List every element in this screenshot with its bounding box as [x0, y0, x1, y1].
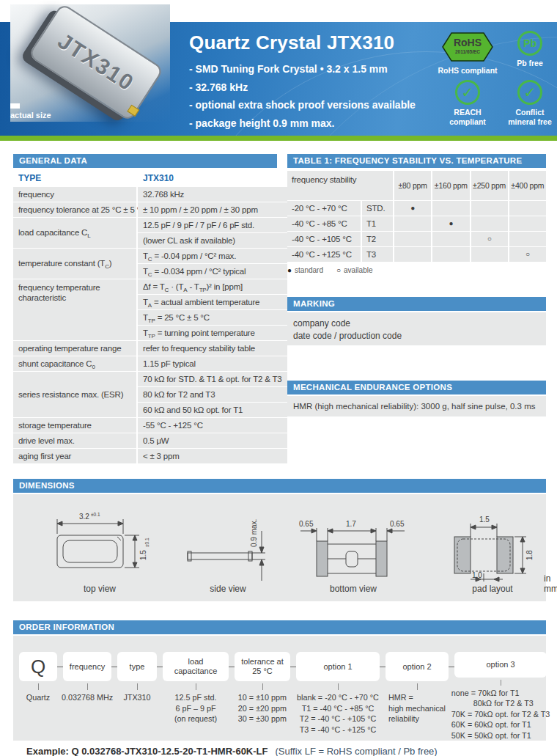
order-box: option 1	[296, 652, 380, 681]
stability-mark	[509, 216, 546, 231]
row-value: TA = actual ambient temperature	[138, 295, 287, 309]
connector-tick	[137, 683, 138, 690]
row-value: refer to frequency stability table	[138, 341, 287, 356]
order-unit-option1: option 1 blank = -20 °C - +70 °CT1 = -40…	[296, 652, 380, 741]
order-unit-frequency: frequency 0.032768 MHz	[63, 652, 111, 741]
connector-tick	[501, 680, 501, 686]
connector-tick	[196, 683, 196, 690]
side-view-diagram: 0.9 max.	[180, 509, 276, 582]
order-box: option 3	[454, 652, 547, 678]
row-label: drive level max.	[13, 433, 136, 448]
pb-free-icon: Pb	[517, 31, 542, 56]
check-icon: ✓	[517, 80, 542, 105]
conflict-mineral-badge: ✓ Conflictmineral free	[507, 80, 553, 127]
stability-code: T3	[362, 247, 393, 262]
compliance-badges: RoHS 2011/65/EC RoHS compliant Pb Pb fre…	[432, 31, 553, 127]
temp-range: -20 °C - +70 °C	[287, 201, 361, 216]
row-label: shunt capacitance C0	[13, 356, 136, 371]
order-unit-type: type JTX310	[117, 652, 157, 741]
order-values: blank = -20 °C - +70 °CT1 = -40 °C - +85…	[297, 692, 379, 735]
svg-text:1.0: 1.0	[472, 571, 482, 579]
stability-mark: ○	[471, 232, 508, 246]
stability-mark	[471, 201, 508, 216]
conflict-mineral-badge-label: Conflictmineral free	[508, 108, 552, 127]
stability-mark	[509, 232, 546, 246]
row-label: storage temperature	[13, 418, 136, 433]
stability-mark	[394, 232, 431, 246]
top-view-diagram: 3.2 ±0.1 1.5 ±0.1	[41, 509, 158, 582]
banner-green-strip	[0, 136, 557, 141]
rohs-badge-label: RoHS compliant	[438, 66, 497, 76]
connector-dash	[290, 667, 296, 741]
row-value: 60 kΩ and 50 kΩ opt. for T1	[138, 403, 287, 417]
table1-col-header: ±250 ppm	[471, 171, 508, 200]
connector-dash	[157, 667, 163, 741]
stability-mark: ●	[394, 201, 431, 216]
order-example: Example: Q 0.032768-JTX310-12.5-20-T1-HM…	[26, 746, 546, 756]
order-values: 12.5 pF std.6 pF – 9 pF(on request)	[174, 692, 217, 724]
order-information-section: ORDER INFORMATION Q Quartz frequency 0.0…	[13, 620, 546, 756]
reach-badge-label: REACHcompliant	[449, 108, 486, 127]
svg-text:0.65: 0.65	[299, 520, 314, 528]
row-value: 1.15 pF typical	[138, 356, 287, 371]
dimensions-body: 3.2 ±0.1 1.5 ±0.1 top view	[13, 494, 546, 601]
order-values: JTX310	[123, 692, 150, 703]
general-data-section: GENERAL DATA TYPE JTX310 frequency 32.76…	[13, 154, 277, 463]
stability-mark	[509, 201, 546, 216]
stability-mark: ●	[432, 216, 469, 231]
row-label: frequency	[13, 187, 136, 202]
row-value: 12.5 pF / 9 pF / 7 pF / 6 pF std.	[138, 218, 287, 232]
stability-mark	[394, 247, 431, 262]
type-value: JTX310	[138, 171, 277, 186]
top-view-drawing: 3.2 ±0.1 1.5 ±0.1 top view	[41, 509, 158, 601]
row-value: 32.768 kHz	[138, 187, 287, 202]
mechanical-endurance-body: HMR (high mechanical reliability): 3000 …	[287, 396, 546, 416]
bottom-view-drawing: 0.65 1.7 0.65 bottom view	[295, 509, 412, 601]
connector-tick	[38, 683, 39, 690]
svg-text:0.9 max.: 0.9 max.	[250, 519, 258, 547]
row-value: (lower CL ask if available)	[138, 233, 287, 248]
row-value: Δf = TC · (TA - TTP)² in [ppm]	[138, 279, 287, 294]
connector-dash	[229, 667, 235, 741]
order-unit-tolerance: tolerance at 25 °C 10 = ±10 ppm20 = ±20 …	[235, 652, 290, 741]
crystal-photo: JTX310	[10, 4, 170, 122]
row-label: temperature constant (TC)	[13, 249, 136, 279]
check-icon: ✓	[455, 80, 480, 105]
order-unit-q: Q Quartz	[19, 652, 57, 741]
connector-dash	[111, 667, 117, 741]
side-view-drawing: 0.9 max. side view	[180, 509, 276, 601]
svg-text:RoHS: RoHS	[454, 37, 482, 48]
connector-tick	[262, 683, 263, 690]
side-view-label: side view	[210, 584, 246, 594]
order-example-note: (Suffix LF = RoHS compliant / Pb free)	[275, 746, 437, 756]
connector-tick	[417, 683, 418, 690]
row-label: frequency temperature characteristic	[13, 279, 136, 340]
order-box: load capacitance	[163, 652, 229, 681]
order-unit-option3: option 3 none = 70kΩ for T1 80kΩ for T2 …	[454, 652, 547, 741]
type-row: TYPE JTX310	[13, 171, 277, 186]
stability-code: T2	[362, 232, 393, 246]
row-value: 70 kΩ for STD. & T1 & opt. for T2 & T3	[138, 372, 287, 386]
bottom-view-diagram: 0.65 1.7 0.65	[295, 509, 412, 582]
mechanical-endurance-section: MECHANICAL ENDURANCE OPTIONS HMR (high m…	[287, 381, 546, 416]
stability-mark	[394, 216, 431, 231]
unit-note: in mm	[544, 573, 557, 594]
row-value: TTP = 25 °C ± 5 °C	[138, 310, 287, 325]
legend-item: ○available	[336, 266, 373, 274]
dimensions-section: DIMENSIONS	[13, 479, 546, 601]
order-values: HMR =high mechanicalreliability	[388, 692, 446, 724]
open-circle-icon: ○	[336, 266, 341, 274]
row-label: load capacitance CL	[13, 218, 136, 248]
right-column: TABLE 1: FREQUENCY STABILITY VS. TEMPERA…	[287, 154, 546, 416]
order-box: option 2	[386, 652, 449, 681]
svg-text:0.65: 0.65	[390, 520, 405, 528]
order-values: 10 = ±10 ppm20 = ±20 ppm30 = ±30 ppm	[238, 692, 287, 724]
stability-mark	[471, 216, 508, 231]
row-value: TTP = turning point temperature	[138, 326, 287, 340]
stability-mark	[432, 247, 469, 262]
temp-range: -40 °C - +125 °C	[287, 247, 361, 262]
connector-dash	[380, 667, 386, 741]
table1-grid: frequency stability ±80 ppm ±160 ppm ±25…	[287, 171, 546, 262]
table1-corner-label: frequency stability	[287, 171, 393, 200]
temp-range: -40 °C - +105 °C	[287, 232, 361, 246]
